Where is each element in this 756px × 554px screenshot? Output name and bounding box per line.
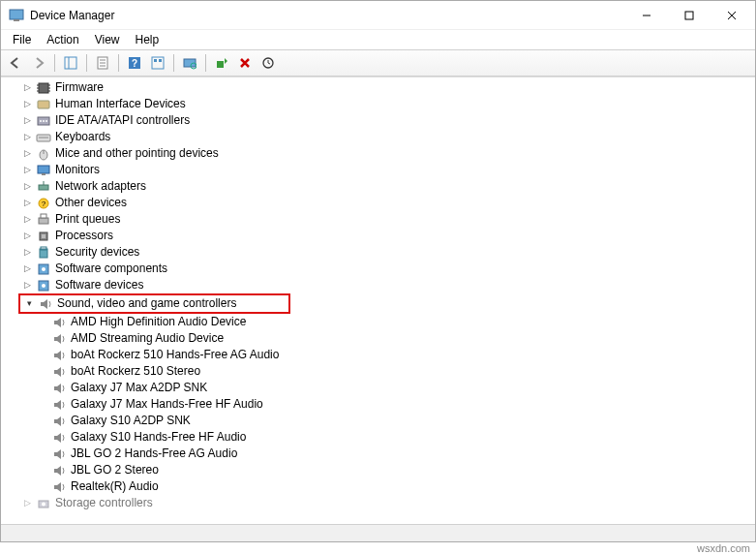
device-item[interactable]: Galaxy S10 Hands-Free HF Audio	[9, 429, 755, 446]
app-icon	[9, 8, 24, 23]
help-button[interactable]: ?	[124, 52, 145, 74]
menu-action[interactable]: Action	[39, 31, 86, 48]
back-button[interactable]	[5, 52, 26, 74]
device-category[interactable]: ▷Processors	[9, 228, 755, 244]
device-category[interactable]: ▷Software components	[9, 261, 755, 277]
speaker-icon	[51, 381, 67, 396]
device-label: Galaxy S10 A2DP SNK	[71, 413, 191, 429]
device-category[interactable]: ▷Security devices	[9, 244, 755, 261]
device-manager-window: Device Manager File Action View Help ? ▷…	[0, 0, 756, 542]
device-tree[interactable]: ▷Firmware▷Human Interface Devices▷IDE AT…	[1, 77, 755, 524]
svg-rect-15	[154, 59, 157, 62]
speaker-icon	[51, 446, 67, 462]
uninstall-button[interactable]	[234, 52, 256, 74]
category-label: Processors	[55, 228, 113, 244]
highlighted-category: ▾Sound, video and game controllers	[18, 293, 290, 314]
chevron-right-icon[interactable]: ▷	[20, 279, 34, 292]
add-hardware-button[interactable]	[211, 52, 232, 74]
svg-rect-38	[42, 173, 45, 175]
device-item[interactable]: Galaxy S10 A2DP SNK	[9, 413, 755, 429]
chevron-right-icon[interactable]: ▷	[20, 180, 34, 194]
category-label: Monitors	[55, 162, 100, 178]
device-category[interactable]: ▷Network adapters	[9, 178, 755, 195]
chevron-right-icon[interactable]: ▷	[20, 114, 34, 128]
chevron-down-icon[interactable]: ▾	[22, 297, 36, 311]
device-item[interactable]: JBL GO 2 Hands-Free AG Audio	[9, 446, 755, 462]
chevron-right-icon[interactable]: ▷	[20, 213, 34, 227]
chevron-right-icon[interactable]: ▷	[20, 164, 34, 177]
toolbar-separator	[86, 54, 87, 72]
device-item[interactable]: Galaxy J7 Max Hands-Free HF Audio	[9, 396, 755, 413]
device-category[interactable]: ▷Software devices	[9, 277, 755, 293]
device-item[interactable]: Realtek(R) Audio	[9, 478, 755, 495]
svg-rect-44	[41, 214, 46, 218]
device-item[interactable]: JBL GO 2 Stereo	[9, 462, 755, 478]
chevron-right-icon[interactable]: ▷	[20, 197, 34, 210]
sound-icon	[38, 296, 53, 312]
device-item[interactable]: boAt Rockerz 510 Stereo	[9, 363, 755, 380]
device-category[interactable]: ▷Mice and other pointing devices	[9, 145, 755, 162]
category-label: Security devices	[55, 244, 139, 261]
device-category[interactable]: ▷Human Interface Devices	[9, 96, 755, 112]
device-category[interactable]: ▷Print queues	[9, 211, 755, 228]
chevron-right-icon[interactable]: ▷	[20, 230, 34, 243]
maximize-button[interactable]	[668, 2, 711, 29]
toolbar-separator	[118, 54, 119, 72]
device-category[interactable]: ▷Monitors	[9, 162, 755, 178]
svg-rect-0	[10, 10, 23, 19]
network-icon	[36, 179, 51, 195]
device-item[interactable]: boAt Rockerz 510 Hands-Free AG Audio	[9, 347, 755, 363]
device-label: Realtek(R) Audio	[71, 478, 159, 495]
chevron-right-icon[interactable]: ▷	[20, 147, 34, 161]
svg-rect-37	[38, 166, 49, 173]
close-button[interactable]	[711, 2, 753, 29]
cpu-icon	[36, 229, 51, 244]
menu-view[interactable]: View	[87, 31, 128, 48]
device-label: boAt Rockerz 510 Hands-Free AG Audio	[71, 347, 279, 363]
hid-icon	[36, 97, 51, 112]
other-icon: ?	[36, 196, 51, 211]
menu-help[interactable]: Help	[128, 31, 167, 48]
svg-rect-43	[39, 218, 48, 224]
content-area: ▷Firmware▷Human Interface Devices▷IDE AT…	[1, 77, 755, 524]
device-category[interactable]: ▷Storage controllers	[9, 495, 755, 511]
printer-icon	[36, 212, 51, 228]
device-category[interactable]: ▷?Other devices	[9, 195, 755, 211]
device-item[interactable]: Galaxy J7 Max A2DP SNK	[9, 380, 755, 396]
chevron-right-icon[interactable]: ▷	[20, 246, 34, 260]
device-category[interactable]: ▷Keyboards	[9, 129, 755, 145]
svg-rect-39	[39, 185, 48, 190]
svg-rect-28	[38, 101, 49, 108]
device-label: boAt Rockerz 510 Stereo	[71, 363, 200, 380]
device-category[interactable]: ▷Firmware	[9, 79, 755, 96]
chevron-right-icon[interactable]: ▷	[20, 81, 34, 95]
chevron-right-icon[interactable]: ▷	[20, 497, 34, 510]
device-item[interactable]: AMD High Definition Audio Device	[9, 314, 755, 330]
update-driver-button[interactable]	[257, 52, 279, 74]
minimize-button[interactable]	[625, 2, 668, 29]
scan-hardware-button[interactable]	[179, 52, 200, 74]
device-category[interactable]: ▷IDE ATA/ATAPI controllers	[9, 112, 755, 129]
device-item[interactable]: AMD Streaming Audio Device	[9, 330, 755, 347]
menu-file[interactable]: File	[5, 31, 39, 48]
chevron-right-icon[interactable]: ▷	[20, 131, 34, 144]
view-button[interactable]	[147, 52, 168, 74]
device-label: Galaxy J7 Max Hands-Free HF Audio	[71, 396, 263, 413]
window-title: Device Manager	[30, 9, 625, 22]
sw-icon	[36, 262, 51, 277]
speaker-icon	[51, 364, 67, 380]
category-label: Network adapters	[55, 178, 146, 195]
forward-button[interactable]	[28, 52, 49, 74]
speaker-icon	[51, 397, 67, 413]
chevron-right-icon[interactable]: ▷	[20, 98, 34, 111]
svg-point-32	[45, 120, 47, 122]
device-label: JBL GO 2 Stereo	[71, 462, 159, 478]
storage-icon	[36, 496, 51, 511]
device-category-sound[interactable]: ▾Sound, video and game controllers	[22, 295, 288, 312]
category-label: Storage controllers	[55, 495, 153, 511]
show-hide-console-button[interactable]	[60, 52, 81, 74]
svg-rect-3	[685, 12, 693, 19]
chevron-right-icon[interactable]: ▷	[20, 262, 34, 276]
device-label: JBL GO 2 Hands-Free AG Audio	[71, 446, 237, 462]
properties-button[interactable]	[92, 52, 113, 74]
